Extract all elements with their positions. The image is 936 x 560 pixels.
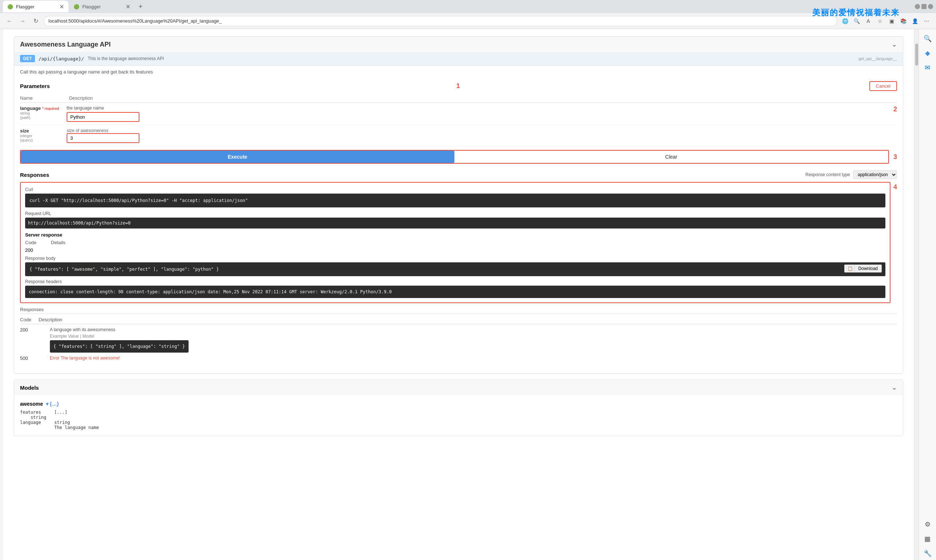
content-type-select[interactable]: application/json xyxy=(853,170,897,179)
schema-row-200: 200 A language with its awesomeness Exam… xyxy=(20,327,897,352)
forward-button[interactable]: → xyxy=(17,16,28,26)
execute-button[interactable]: Execute xyxy=(21,151,454,163)
tab-close-2[interactable]: ✕ xyxy=(126,3,130,10)
schema-code-col: Code xyxy=(20,317,31,322)
schema-col-headers: Code Description xyxy=(20,317,897,324)
models-collapse-icon[interactable]: ⌄ xyxy=(891,383,897,392)
close-button[interactable] xyxy=(928,4,933,9)
collapse-icon[interactable]: ⌄ xyxy=(891,40,897,48)
responses-section: Responses Response content type applicat… xyxy=(14,168,903,373)
schema-desc-col: Description xyxy=(39,317,62,322)
scrollbar-thumb[interactable] xyxy=(915,44,918,66)
account-icon[interactable]: 👤 xyxy=(910,16,920,26)
param-language-right: 2 the language name xyxy=(66,106,897,122)
response-box: Curl curl -X GET "http://localhost:5000/… xyxy=(20,182,890,303)
responses-title: Responses xyxy=(20,172,49,178)
download-button[interactable]: Download xyxy=(854,265,882,272)
request-url-block: http://localhost:5000/api/Python?size=0 xyxy=(25,218,885,229)
models-section: Models ⌄ awesome ▾ {…} features [...] st… xyxy=(14,380,903,436)
response-table-header: Code Details xyxy=(25,240,885,245)
endpoint-path: /api/{language}/ xyxy=(39,56,84,62)
models-title: Models xyxy=(20,385,39,391)
param-language-row: language * required string (path) 2 the … xyxy=(20,106,897,122)
param-size-name: size xyxy=(20,128,64,134)
sidebar-extension-icon[interactable]: ◆ xyxy=(921,46,934,60)
tab-close-1[interactable]: ✕ xyxy=(59,3,64,10)
address-text: localhost:5000/apidocs/#/Awesomeness%20L… xyxy=(48,18,222,24)
tab-favicon: 🟢 xyxy=(7,4,13,9)
param-size-row: size integer (query) size of awesomeness xyxy=(20,128,897,143)
sidebar-layout-icon[interactable]: ▦ xyxy=(921,532,934,545)
schema-200-desc-block: A language with its awesomeness Example … xyxy=(35,327,188,352)
sidebar-search-icon[interactable]: 🔍 xyxy=(921,32,934,45)
api-title: Awesomeness Language API xyxy=(20,41,111,48)
server-response-label: Server response xyxy=(25,232,885,238)
tab-active[interactable]: 🟢 Flasgger ✕ xyxy=(3,1,68,12)
param-language-type: string xyxy=(20,111,64,115)
endpoint-desc: This is the language awesomeness API xyxy=(88,56,164,61)
model-schema-line: features [...] xyxy=(20,410,897,415)
sidebar-settings-icon[interactable]: ⚙ xyxy=(921,518,934,531)
response-code: 200 xyxy=(25,248,885,253)
watermark: 美丽的爱情祝福着未来 xyxy=(812,7,900,18)
left-sidebar xyxy=(0,29,3,560)
tab-label-2: Flasgger xyxy=(82,4,101,9)
endpoint-bar: GET /api/{language}/ This is the languag… xyxy=(14,52,903,66)
model-name-text: awesome xyxy=(20,401,43,407)
curl-block: curl -X GET "http://localhost:5000/api/P… xyxy=(25,194,885,208)
collections-icon[interactable]: 📚 xyxy=(898,16,908,26)
param-row-language: language * required string (path) 2 the … xyxy=(20,103,897,125)
scrollbar[interactable] xyxy=(914,29,919,560)
tab-favicon-2: 🟢 xyxy=(74,4,79,9)
clear-button[interactable]: Clear xyxy=(454,151,889,163)
model-schema-text: features [...] string language string Th… xyxy=(20,410,897,430)
reload-button[interactable]: ↻ xyxy=(31,16,41,26)
sidebar-gear-icon[interactable]: 🔧 xyxy=(921,547,934,560)
api-desc: Call this api passing a language name an… xyxy=(14,66,903,78)
param-size-left: size integer (query) xyxy=(20,128,64,142)
schema-200-row: 200 A language with its awesomeness Exam… xyxy=(20,327,897,352)
schema-responses-label: Responses xyxy=(20,307,44,312)
content-area: Awesomeness Language API ⌄ GET /api/{lan… xyxy=(0,29,936,560)
annotation-4: 4 xyxy=(893,183,897,191)
schema-row-500: 500 Error The language is not awesome! xyxy=(20,355,897,361)
model-expand-icon[interactable]: ▾ {…} xyxy=(46,401,59,407)
content-type-wrapper: Response content type application/json xyxy=(805,170,897,179)
model-schema-line4: The language name xyxy=(20,425,897,430)
annotation-1: 1 xyxy=(456,82,460,90)
api-section: Awesomeness Language API ⌄ GET /api/{lan… xyxy=(14,36,903,374)
maximize-button[interactable] xyxy=(921,4,927,9)
param-language-required: * required xyxy=(42,107,59,111)
api-section-header[interactable]: Awesomeness Language API ⌄ xyxy=(14,37,903,52)
response-box-wrapper: Curl curl -X GET "http://localhost:5000/… xyxy=(20,182,897,303)
model-schema: features [...] string language string Th… xyxy=(20,410,897,430)
schema-code-200: 200 xyxy=(20,327,28,352)
models-header[interactable]: Models ⌄ xyxy=(14,380,903,395)
new-tab-button[interactable]: + xyxy=(136,2,146,12)
response-headers-label: Response headers xyxy=(25,279,885,284)
response-headers-block: connection: close content-length: 98 con… xyxy=(25,286,885,298)
description-col-header: Description xyxy=(69,95,93,101)
model-name: awesome ▾ {…} xyxy=(20,401,897,407)
model-schema-line2: string xyxy=(20,415,897,420)
title-bar: 🟢 Flasgger ✕ 🟢 Flasgger ✕ + xyxy=(0,0,936,13)
param-language-location: (path) xyxy=(20,115,64,120)
execute-row-wrapper: Execute Clear 3 xyxy=(20,150,897,164)
param-size-input[interactable] xyxy=(66,133,139,143)
tab-inactive[interactable]: 🟢 Flasgger ✕ xyxy=(69,1,135,12)
sidebar-outlook-icon[interactable]: ✉ xyxy=(921,61,934,74)
back-button[interactable]: ← xyxy=(5,16,15,26)
minimize-button[interactable] xyxy=(915,4,920,9)
param-language-input[interactable] xyxy=(66,112,139,122)
param-language-left: language * required string (path) xyxy=(20,106,64,120)
cancel-button[interactable]: Cancel xyxy=(870,81,897,91)
model-schema-line3: language string xyxy=(20,420,897,425)
schema-code-header: Responses xyxy=(20,307,897,314)
more-icon[interactable]: ⋯ xyxy=(921,16,931,26)
model-content: awesome ▾ {…} features [...] string lang… xyxy=(14,395,903,436)
param-size-location: (query) xyxy=(20,138,64,142)
response-body-text: { "features": [ "awesome", "simple", "pe… xyxy=(29,267,219,272)
execute-clear-row: Execute Clear xyxy=(20,150,889,164)
name-col-header: Name xyxy=(20,95,33,101)
address-bar[interactable]: localhost:5000/apidocs/#/Awesomeness%20L… xyxy=(44,16,837,26)
